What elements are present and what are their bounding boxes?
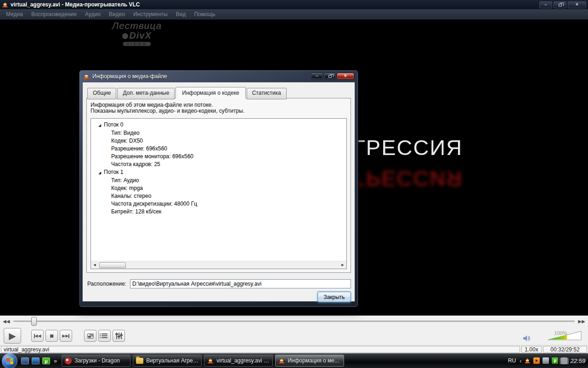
taskbar: µ » Загрузки - Dragon Виртуальная Агрес.… bbox=[0, 353, 588, 368]
stream0-framerate: Частота кадров: 25 bbox=[91, 161, 346, 168]
codec-description-line2: Показаны мультиплексор, аудио- и видео-к… bbox=[90, 108, 347, 114]
controls-row: ▶ ◀◀ ■ ▶▶ 100% bbox=[0, 327, 588, 345]
playback-rate[interactable]: 1.00x bbox=[521, 346, 542, 353]
show-desktop-icon[interactable] bbox=[21, 357, 29, 364]
volume-slider[interactable]: 100% bbox=[533, 330, 582, 342]
restore-icon bbox=[559, 4, 562, 6]
stream0-codec: Кодек: DX50 bbox=[91, 137, 346, 145]
minimize-button[interactable]: – bbox=[539, 1, 552, 8]
scroll-left-icon[interactable]: ◀ bbox=[91, 263, 98, 267]
location-input[interactable] bbox=[130, 279, 351, 288]
taskbar-item-vlc-info[interactable]: Информация о ме... bbox=[275, 355, 344, 367]
volume-percent: 100% bbox=[554, 330, 567, 336]
menu-video[interactable]: Видео bbox=[105, 9, 129, 19]
folder-icon bbox=[136, 358, 143, 364]
video-overlay-title: АГРЕССИЯ bbox=[338, 135, 476, 160]
vlc-titlebar: virtual_aggresy.avi - Медиа-проигрывател… bbox=[0, 0, 588, 9]
tab-statistics[interactable]: Статистика bbox=[247, 88, 287, 99]
hidden-tray-icons[interactable] bbox=[561, 357, 567, 364]
playlist-button[interactable] bbox=[98, 330, 111, 342]
divx-logo-text: DivX bbox=[129, 30, 151, 40]
tree-horizontal-scrollbar[interactable]: ◀ ▶ bbox=[91, 261, 346, 269]
speaker-icon bbox=[523, 335, 531, 342]
status-filename: virtual_aggresy.avi bbox=[1, 346, 520, 353]
system-tray: RU ‹ µ 22:59 bbox=[508, 357, 585, 364]
vlc-tray-icon[interactable] bbox=[524, 357, 531, 364]
stream-tree: ◢Поток 0 Тип: Видео Кодек: DX50 Разрешен… bbox=[90, 118, 347, 269]
extended-settings-button[interactable] bbox=[113, 330, 125, 342]
media-info-dialog: Информация о медиа-файле – × Общие Доп. … bbox=[79, 70, 358, 307]
taskbar-item-folder[interactable]: Виртуальная Агрес... bbox=[133, 355, 202, 367]
window-title: virtual_aggresy.avi - Медиа-проигрывател… bbox=[11, 1, 539, 8]
stream1-name: Поток 1 bbox=[104, 169, 123, 175]
utorrent-tray-icon[interactable]: µ bbox=[552, 357, 558, 364]
play-button[interactable]: ▶ bbox=[4, 328, 21, 344]
menu-media[interactable]: Медиа bbox=[2, 9, 27, 19]
start-button[interactable] bbox=[2, 353, 17, 368]
display-tray-icon[interactable] bbox=[543, 357, 549, 364]
dialog-restore-button[interactable] bbox=[324, 73, 336, 80]
stream1-samplerate: Частота дискретизации: 48000 Гц bbox=[91, 200, 346, 208]
tree-expand-icon[interactable]: ◢ bbox=[98, 169, 104, 177]
stream1-bitrate: Битрейт: 128 кб/сек bbox=[91, 208, 346, 216]
tab-codec-info[interactable]: Информация о кодеке bbox=[175, 87, 245, 98]
location-row: Расположение: bbox=[86, 279, 351, 288]
dialog-tabs: Общие Доп. мета-данные Информация о коде… bbox=[86, 87, 351, 98]
status-bar: virtual_aggresy.avi 1.00x 00:32/29:52 bbox=[0, 345, 588, 353]
seek-slider[interactable] bbox=[13, 321, 574, 322]
time-display[interactable]: 00:32/29:52 bbox=[543, 346, 587, 353]
language-indicator[interactable]: RU bbox=[508, 357, 516, 364]
fullscreen-button[interactable] bbox=[84, 330, 96, 342]
stop-button[interactable]: ■ bbox=[45, 330, 58, 342]
scrollbar-track[interactable] bbox=[98, 262, 339, 269]
taskbar-item-dragon[interactable]: Загрузки - Dragon bbox=[62, 355, 130, 367]
next-button[interactable]: ▶▶ bbox=[60, 330, 72, 342]
slower-icon[interactable]: ◀◀ bbox=[3, 319, 10, 324]
dialog-titlebar: Информация о медиа-файле – × bbox=[82, 70, 355, 82]
stream0-type: Тип: Видео bbox=[91, 129, 346, 137]
restore-button[interactable] bbox=[554, 1, 566, 8]
fullscreen-icon bbox=[87, 334, 94, 339]
divx-video-banner: VIDEO bbox=[123, 42, 151, 46]
clock[interactable]: 22:59 bbox=[570, 357, 585, 364]
dragon-icon bbox=[65, 357, 72, 364]
previous-button[interactable]: ◀◀ bbox=[31, 330, 44, 342]
next-icon bbox=[68, 334, 69, 338]
window-switcher-icon[interactable] bbox=[32, 357, 40, 364]
tray-collapse-icon[interactable]: ‹ bbox=[520, 357, 521, 364]
film-reel-icon bbox=[122, 33, 128, 39]
tab-metadata[interactable]: Доп. мета-данные bbox=[117, 88, 175, 99]
dialog-close-button[interactable]: × bbox=[337, 73, 354, 80]
scrollbar-thumb[interactable] bbox=[99, 262, 126, 268]
faster-icon[interactable]: ▶▶ bbox=[578, 319, 585, 324]
video-overlay-reflection: АГРЕССИЯ bbox=[338, 166, 476, 191]
close-dialog-button[interactable]: Закрыть bbox=[317, 292, 351, 302]
close-button[interactable]: × bbox=[568, 1, 586, 8]
stream1-codec: Кодек: mpga bbox=[91, 184, 346, 192]
menu-playback[interactable]: Воспроизведение bbox=[27, 9, 81, 19]
menu-help[interactable]: Помощь bbox=[190, 9, 219, 19]
menu-tools[interactable]: Инструменты bbox=[129, 9, 172, 19]
desktop: virtual_aggresy.avi - Медиа-проигрывател… bbox=[0, 0, 588, 368]
media-player-tray-icon[interactable] bbox=[533, 357, 540, 364]
task-buttons: Загрузки - Dragon Виртуальная Агрес... v… bbox=[62, 355, 508, 367]
scroll-right-icon[interactable]: ▶ bbox=[339, 263, 346, 267]
menu-view[interactable]: Вид bbox=[172, 9, 190, 19]
vlc-menubar: Медиа Воспроизведение Аудио Видео Инстру… bbox=[0, 9, 588, 20]
tree-node-stream1[interactable]: ◢Поток 1 bbox=[91, 168, 346, 177]
dialog-minimize-button[interactable]: – bbox=[311, 73, 323, 80]
stream1-channels: Каналы: стерео bbox=[91, 192, 346, 200]
tab-general[interactable]: Общие bbox=[87, 88, 116, 99]
taskbar-item-vlc-main[interactable]: virtual_aggresy.avi -... bbox=[204, 355, 273, 367]
seek-handle[interactable] bbox=[31, 317, 37, 326]
tree-node-stream0[interactable]: ◢Поток 0 bbox=[91, 121, 346, 129]
dialog-title: Информация о медиа-файле bbox=[92, 73, 310, 80]
quicklaunch-overflow-icon[interactable]: » bbox=[54, 357, 57, 364]
stream0-display-resolution: Разрешение монитора: 696x560 bbox=[91, 153, 346, 161]
menu-audio[interactable]: Аудио bbox=[81, 9, 105, 19]
stream0-name: Поток 0 bbox=[104, 121, 123, 128]
utorrent-icon[interactable]: µ bbox=[42, 357, 50, 364]
tree-expand-icon[interactable]: ◢ bbox=[98, 121, 104, 129]
windows-logo-icon bbox=[6, 357, 13, 364]
volume-zone: 100% bbox=[523, 330, 584, 342]
